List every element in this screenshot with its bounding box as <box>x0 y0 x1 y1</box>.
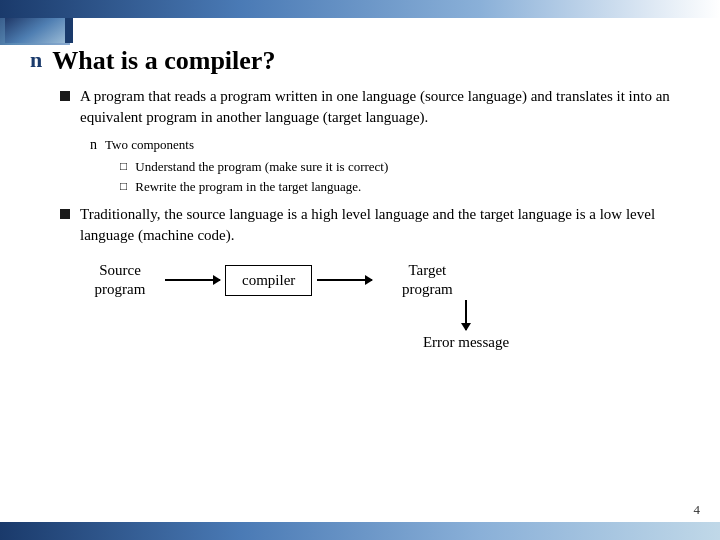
two-components-label: Two components <box>105 136 194 154</box>
header-bar <box>0 0 720 18</box>
subitem-2: □ Rewrite the program in the target lang… <box>120 178 700 196</box>
slide-title: What is a compiler? <box>52 45 275 76</box>
error-message-label: Error message <box>423 334 509 351</box>
arrow-to-target <box>317 279 372 281</box>
square-bullet-1 <box>60 91 70 101</box>
left-accent <box>65 18 73 43</box>
diagram-main-row: Sourceprogram compiler Targetprogram <box>80 261 700 300</box>
square-bullet-2 <box>60 209 70 219</box>
second-level-content: A program that reads a program written i… <box>60 86 700 351</box>
target-box: Targetprogram <box>387 261 467 300</box>
bullet2-row: Traditionally, the source language is a … <box>60 204 700 246</box>
compiler-box: compiler <box>225 265 312 296</box>
open-square-1: □ <box>120 159 127 174</box>
bullet1-text: A program that reads a program written i… <box>80 86 700 128</box>
arrow-line-right <box>317 279 372 281</box>
subitem-1-text: Understand the program (make sure it is … <box>135 158 388 176</box>
diagram-area: Sourceprogram compiler Targetprogram <box>80 261 700 351</box>
main-heading-row: n What is a compiler? <box>30 45 700 76</box>
bullet2-text: Traditionally, the source language is a … <box>80 204 700 246</box>
target-label: Targetprogram <box>402 262 453 298</box>
two-components-row: n Two components <box>90 136 700 154</box>
subitem-2-text: Rewrite the program in the target langua… <box>135 178 361 196</box>
n-marker-inner: n <box>90 137 97 153</box>
open-square-2: □ <box>120 179 127 194</box>
arrow-to-compiler <box>165 279 220 281</box>
bullet-n-marker: n <box>30 47 42 73</box>
sub-items: □ Understand the program (make sure it i… <box>120 158 700 196</box>
page-number: 4 <box>694 502 701 518</box>
compiler-label: compiler <box>242 272 295 288</box>
subitem-1: □ Understand the program (make sure it i… <box>120 158 700 176</box>
bullet1-row: A program that reads a program written i… <box>60 86 700 128</box>
subbullet-section: n Two components □ Understand the progra… <box>90 136 700 196</box>
slide-content: n What is a compiler? A program that rea… <box>30 45 700 500</box>
footer-bar <box>0 522 720 540</box>
arrow-down <box>465 300 467 330</box>
arrow-line-left <box>165 279 220 281</box>
source-label: Sourceprogram <box>95 262 146 298</box>
source-box: Sourceprogram <box>80 261 160 300</box>
error-section: Error message <box>232 300 700 351</box>
